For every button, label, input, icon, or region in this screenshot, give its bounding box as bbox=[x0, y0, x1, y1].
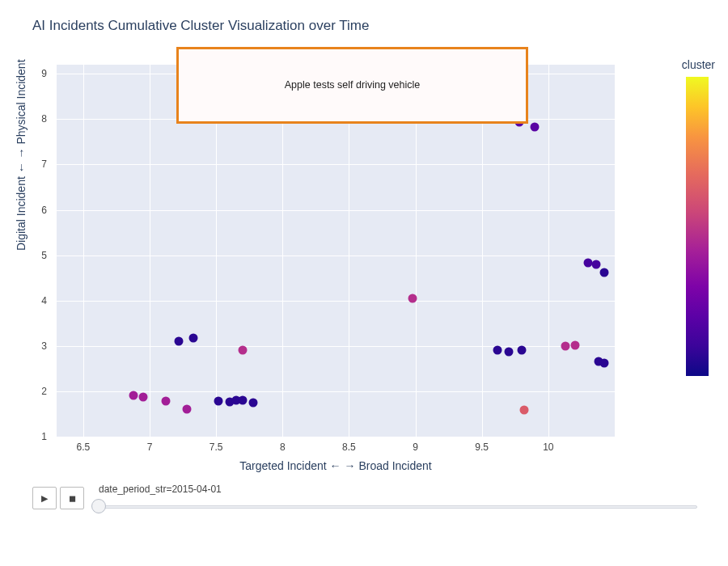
data-point[interactable] bbox=[214, 396, 223, 405]
x-tick-label: 7 bbox=[147, 441, 153, 453]
data-point[interactable] bbox=[138, 392, 147, 401]
data-point[interactable] bbox=[561, 342, 570, 351]
y-tick-label: 3 bbox=[41, 340, 47, 352]
x-tick-label: 10 bbox=[543, 441, 553, 453]
x-tick-label: 9 bbox=[413, 441, 418, 453]
data-point[interactable] bbox=[599, 268, 608, 277]
data-point[interactable] bbox=[531, 122, 540, 131]
data-point[interactable] bbox=[239, 346, 248, 355]
y-tick-label: 7 bbox=[41, 158, 47, 170]
data-point[interactable] bbox=[129, 391, 138, 399]
slider-rail bbox=[99, 505, 697, 509]
stop-button[interactable]: ◼ bbox=[60, 487, 84, 509]
x-tick-label: 8 bbox=[280, 441, 286, 453]
slider-current-label: date_period_str=2015-04-01 bbox=[99, 484, 222, 495]
data-point[interactable] bbox=[504, 347, 513, 356]
data-point[interactable] bbox=[239, 396, 248, 405]
annotation-box: Apple tests self driving vehicle bbox=[176, 47, 528, 124]
y-axis-label: Digital Incident ← → Physical Incident bbox=[15, 59, 28, 251]
x-axis-label: Targeted Incident ← → Broad Incident bbox=[57, 459, 615, 472]
y-tick-label: 1 bbox=[41, 431, 47, 442]
slider-tick-container bbox=[99, 513, 697, 521]
slider-thumb[interactable] bbox=[91, 499, 106, 513]
data-point[interactable] bbox=[518, 346, 527, 355]
data-point[interactable] bbox=[189, 333, 198, 342]
x-tick-label: 7.5 bbox=[210, 441, 223, 453]
data-point[interactable] bbox=[592, 260, 601, 269]
animation-controls: ▶ ◼ bbox=[32, 487, 84, 509]
y-tick-label: 2 bbox=[41, 386, 47, 397]
y-tick-label: 4 bbox=[41, 295, 47, 306]
play-button[interactable]: ▶ bbox=[32, 487, 57, 509]
data-point[interactable] bbox=[599, 359, 608, 368]
colorbar-title: cluster bbox=[682, 58, 715, 71]
data-point[interactable] bbox=[493, 345, 502, 354]
colorbar bbox=[686, 77, 709, 376]
x-tick-label: 8.5 bbox=[342, 441, 356, 453]
y-tick-label: 5 bbox=[41, 250, 47, 261]
data-point[interactable] bbox=[175, 337, 184, 346]
y-tick-label: 8 bbox=[41, 113, 47, 125]
data-point[interactable] bbox=[183, 405, 192, 414]
chart-title: AI Incidents Cumulative Cluster Visualiz… bbox=[32, 18, 369, 34]
time-slider[interactable] bbox=[99, 500, 697, 513]
data-point[interactable] bbox=[249, 398, 258, 407]
data-point[interactable] bbox=[161, 397, 170, 406]
data-point[interactable] bbox=[408, 294, 417, 302]
x-tick-label: 9.5 bbox=[475, 441, 489, 453]
y-tick-label: 6 bbox=[41, 205, 47, 216]
y-tick-label: 9 bbox=[41, 68, 47, 79]
data-point[interactable] bbox=[570, 341, 579, 350]
x-tick-label: 6.5 bbox=[77, 441, 91, 453]
data-point[interactable] bbox=[520, 406, 529, 415]
